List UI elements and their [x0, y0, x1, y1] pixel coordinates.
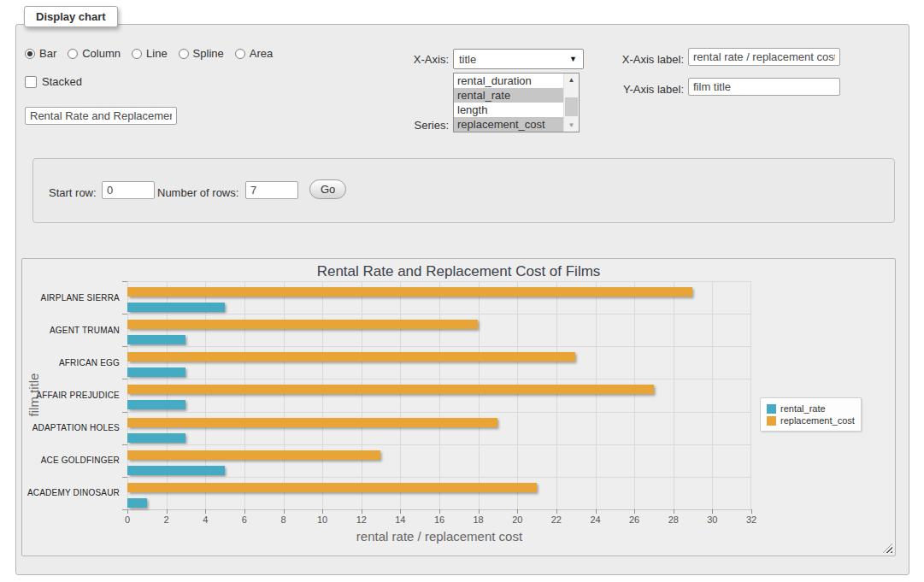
radio-label: Column	[82, 47, 121, 60]
category-band	[127, 477, 751, 509]
tick-label: 12	[356, 514, 367, 525]
x-axis-tick-labels: 02468101214161820222426283032	[127, 514, 751, 526]
bar-replacement-cost	[127, 418, 497, 427]
go-button[interactable]: Go	[309, 179, 346, 199]
tick-mark	[634, 509, 635, 514]
resize-handle-icon[interactable]	[883, 544, 892, 553]
bar-replacement-cost	[127, 385, 654, 394]
stacked-checkbox[interactable]	[25, 76, 37, 88]
radio-icon-area[interactable]	[235, 49, 245, 59]
tick-mark	[751, 509, 752, 514]
radio-icon-line[interactable]	[132, 49, 142, 59]
radio-icon-column[interactable]	[68, 49, 78, 59]
category-band	[127, 314, 751, 346]
number-of-rows-input[interactable]	[245, 181, 298, 199]
y-axis-label-label: Y-Axis label:	[611, 83, 684, 96]
radio-option-spline[interactable]: Spline	[179, 47, 224, 60]
tick-label: 20	[512, 514, 522, 525]
tick-mark	[167, 509, 168, 514]
series-option-length[interactable]: length	[454, 103, 563, 117]
tick-label: 30	[707, 514, 717, 525]
tick-mark	[400, 509, 401, 514]
x-axis-select[interactable]: title ▼	[453, 49, 584, 69]
legend-item-rental-rate[interactable]: rental_rate	[767, 403, 855, 414]
tick-label: 4	[203, 514, 208, 525]
series-scrollbar[interactable]: ▲ ▼	[563, 73, 579, 132]
tick-mark	[439, 509, 440, 514]
tick-mark	[556, 509, 557, 514]
chart-plot-area	[127, 281, 751, 510]
series-option-replacement-cost[interactable]: replacement_cost	[454, 117, 563, 132]
legend-item-replacement-cost[interactable]: replacement_cost	[767, 415, 855, 426]
bar-replacement-cost	[127, 352, 575, 362]
bar-replacement-cost	[127, 320, 478, 329]
bar-rental-rate	[127, 466, 225, 475]
tick-label: 16	[434, 514, 444, 525]
radio-option-column[interactable]: Column	[68, 47, 121, 60]
radio-icon-bar[interactable]	[25, 49, 35, 59]
scrollbar-down-icon[interactable]: ▼	[564, 119, 579, 132]
stacked-label: Stacked	[42, 75, 82, 88]
category-band	[127, 379, 751, 411]
bar-rental-rate	[127, 400, 185, 409]
scrollbar-up-icon[interactable]: ▲	[564, 73, 579, 86]
category-label: AGENT TRUMAN	[22, 314, 120, 346]
chart-x-axis-title: rental rate / replacement cost	[127, 529, 751, 544]
bar-replacement-cost	[127, 483, 537, 492]
tick-mark	[362, 509, 362, 514]
category-label: AIRPLANE SIERRA	[22, 281, 120, 314]
chart-title-input[interactable]	[25, 107, 177, 125]
tick-mark	[596, 509, 597, 514]
bar-rental-rate	[127, 433, 185, 443]
tick-label: 14	[395, 514, 405, 525]
tick-label: 6	[242, 514, 247, 525]
series-listbox[interactable]: rental_durationrental_ratelengthreplacem…	[453, 73, 580, 132]
series-option-rental-rate[interactable]: rental_rate	[454, 88, 563, 103]
x-axis-tick-marks	[127, 509, 751, 514]
tick-label: 8	[280, 514, 285, 525]
fieldset-legend: Display chart	[24, 6, 118, 27]
legend-label: replacement_cost	[780, 415, 855, 426]
legend-swatch	[767, 416, 776, 426]
stacked-checkbox-row[interactable]: Stacked	[25, 75, 82, 88]
bar-rental-rate	[127, 498, 147, 508]
tick-label: 2	[164, 514, 169, 525]
tick-mark	[322, 509, 323, 514]
x-axis-select-label: X-Axis:	[389, 53, 449, 66]
select-arrow-icon: ▼	[569, 55, 583, 63]
app-window: Display chart BarColumnLineSplineArea St…	[0, 0, 924, 582]
category-label: ACE GOLDFINGER	[22, 444, 120, 477]
chart-legend: rental_ratereplacement_cost	[760, 397, 862, 432]
chart-title: Rental Rate and Replacement Cost of Film…	[22, 263, 895, 280]
category-label: ACADEMY DINOSAUR	[22, 477, 120, 509]
bar-replacement-cost	[127, 287, 692, 297]
tick-label: 22	[551, 514, 562, 525]
radio-option-area[interactable]: Area	[235, 47, 273, 60]
number-of-rows-label: Number of rows:	[157, 186, 238, 199]
tick-mark	[479, 509, 480, 514]
radio-option-bar[interactable]: Bar	[25, 47, 56, 60]
tick-label: 10	[317, 514, 327, 525]
category-band	[127, 412, 751, 444]
category-label: AFFAIR PREJUDICE	[22, 379, 120, 411]
radio-icon-spline[interactable]	[179, 49, 189, 59]
category-band	[127, 281, 751, 314]
x-axis-label-input[interactable]	[688, 48, 840, 66]
tick-label: 26	[629, 514, 639, 525]
scrollbar-thumb[interactable]	[565, 97, 578, 116]
series-option-rental-duration[interactable]: rental_duration	[454, 73, 563, 88]
series-options: rental_durationrental_ratelengthreplacem…	[454, 73, 563, 132]
series-select-label: Series:	[389, 119, 449, 132]
tick-mark	[127, 509, 128, 514]
tick-label: 0	[125, 514, 130, 525]
tick-mark	[244, 509, 245, 514]
radio-label: Bar	[39, 47, 56, 60]
radio-option-line[interactable]: Line	[132, 47, 168, 60]
category-band	[127, 444, 751, 477]
x-axis-label-label: X-Axis label:	[611, 53, 684, 66]
y-axis-label-input[interactable]	[688, 78, 840, 96]
start-row-input[interactable]	[102, 181, 155, 199]
legend-label: rental_rate	[780, 403, 826, 414]
tick-mark	[712, 509, 713, 514]
category-labels: AIRPLANE SIERRAAGENT TRUMANAFRICAN EGGAF…	[22, 281, 120, 509]
